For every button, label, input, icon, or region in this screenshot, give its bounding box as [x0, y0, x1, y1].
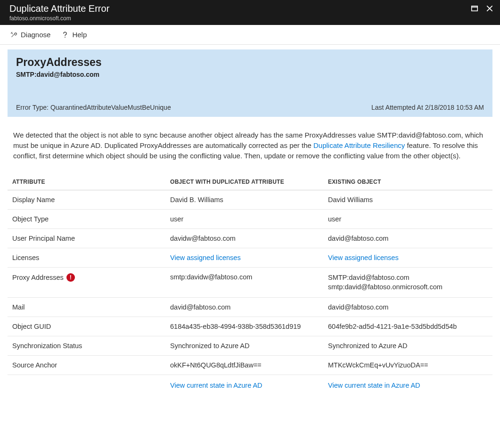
duplicated-cell: View assigned licenses [165, 248, 323, 268]
attribute-cell: Mail [8, 298, 165, 317]
view-licenses-link[interactable]: View assigned licenses [170, 254, 241, 261]
diagnose-button[interactable]: Diagnose [9, 31, 50, 39]
table-row: Object Typeuseruser [8, 210, 492, 229]
duplicated-cell: 6184a435-eb38-4994-938b-358d5361d919 [165, 317, 323, 336]
attribute-cell: Object Type [8, 210, 165, 229]
table-row: LicensesView assigned licensesView assig… [8, 248, 492, 268]
close-button[interactable] [485, 4, 494, 13]
attribute-cell: Source Anchor [8, 356, 165, 375]
existing-value-line: smtp:david@fabtoso.onmicrosoft.com [328, 283, 488, 292]
existing-value-line: SMTP:david@fabtoso.com [328, 273, 488, 283]
error-banner: ProxyAddresses SMTP:david@fabtoso.com Er… [8, 49, 492, 117]
titlebar: Duplicate Attribute Error fabtoso.onmicr… [0, 0, 500, 25]
error-type-label: Error Type: QuarantinedAttributeValueMus… [16, 104, 171, 111]
table-footer-row: View current state in Azure ADView curre… [8, 375, 492, 395]
view-licenses-link[interactable]: View assigned licenses [328, 254, 399, 261]
attribute-cell: Object GUID [8, 317, 165, 336]
existing-cell: david@fabtoso.com [323, 229, 492, 248]
attribute-label: Object GUID [12, 323, 51, 330]
help-button[interactable]: Help [61, 31, 87, 39]
window-title: Duplicate Attribute Error [9, 3, 109, 14]
table-row: Proxy Addresses!smtp:davidw@fabtoso.comS… [8, 268, 492, 298]
duplicated-cell: okKF+Nt6QUG8qLdtfJiBaw== [165, 356, 323, 375]
existing-cell: Synchronized to Azure AD [323, 336, 492, 356]
wrench-icon [9, 31, 18, 39]
content: ProxyAddresses SMTP:david@fabtoso.com Er… [0, 45, 500, 409]
existing-cell: david@fabtoso.com [323, 298, 492, 317]
help-label: Help [72, 31, 87, 39]
attribute-label: User Principal Name [12, 235, 75, 242]
table-row: Display NameDavid B. WilliamsDavid Willi… [8, 190, 492, 210]
duplicated-cell: smtp:davidw@fabtoso.com [165, 268, 323, 298]
attribute-cell: User Principal Name [8, 229, 165, 248]
banner-subtitle: SMTP:david@fabtoso.com [16, 71, 484, 78]
resiliency-link[interactable]: Duplicate Attribute Resiliency [313, 141, 405, 149]
attribute-cell: Licenses [8, 248, 165, 268]
attribute-label: Proxy Addresses [12, 274, 64, 281]
attribute-label: Mail [12, 303, 25, 311]
attribute-label: Licenses [12, 254, 39, 261]
attribute-table: ATTRIBUTE OBJECT WITH DUPLICATED ATTRIBU… [8, 174, 492, 395]
duplicated-cell: user [165, 210, 323, 229]
attribute-label: Source Anchor [12, 361, 57, 369]
attribute-cell: Synchronization Status [8, 336, 165, 356]
last-attempt-label: Last Attempted At 2/18/2018 10:53 AM [371, 104, 484, 111]
error-icon: ! [66, 273, 75, 282]
attribute-label: Object Type [12, 215, 49, 223]
existing-cell: SMTP:david@fabtoso.comsmtp:david@fabtoso… [323, 268, 492, 298]
svg-point-4 [65, 36, 66, 37]
existing-cell: View assigned licenses [323, 248, 492, 268]
table-row: User Principal Namedavidw@fabtoso.comdav… [8, 229, 492, 248]
table-row: Object GUID6184a435-eb38-4994-938b-358d5… [8, 317, 492, 336]
attribute-cell: Proxy Addresses! [8, 268, 165, 298]
maximize-icon [471, 5, 478, 12]
question-icon [61, 31, 69, 39]
close-icon [486, 5, 493, 12]
window-subtitle: fabtoso.onmicrosoft.com [9, 15, 109, 22]
header-attribute: ATTRIBUTE [8, 174, 165, 190]
header-duplicated: OBJECT WITH DUPLICATED ATTRIBUTE [165, 174, 323, 190]
duplicated-cell: David B. Williams [165, 190, 323, 210]
view-state-link[interactable]: View current state in Azure AD [328, 382, 420, 389]
table-row: Maildavid@fabtoso.comdavid@fabtoso.com [8, 298, 492, 317]
attribute-label: Synchronization Status [12, 342, 82, 350]
banner-title: ProxyAddresses [16, 56, 484, 69]
existing-cell: 604fe9b2-ad5d-4121-9a1e-53d5bdd5d54b [323, 317, 492, 336]
header-existing: EXISTING OBJECT [323, 174, 492, 190]
table-row: Synchronization StatusSynchronized to Az… [8, 336, 492, 356]
view-state-link[interactable]: View current state in Azure AD [170, 382, 262, 389]
maximize-button[interactable] [470, 4, 479, 13]
attribute-cell: Display Name [8, 190, 165, 210]
description-text: We detected that the object is not able … [8, 130, 492, 161]
attribute-label: Display Name [12, 196, 55, 204]
table-row: Source AnchorokKF+Nt6QUG8qLdtfJiBaw==MTK… [8, 356, 492, 375]
existing-cell: David Williams [323, 190, 492, 210]
existing-cell: MTKcWckCmEq+vUvYizuoDA== [323, 356, 492, 375]
duplicated-cell: david@fabtoso.com [165, 298, 323, 317]
duplicated-cell: davidw@fabtoso.com [165, 229, 323, 248]
diagnose-label: Diagnose [21, 31, 50, 39]
existing-cell: user [323, 210, 492, 229]
duplicated-cell: Synchronized to Azure AD [165, 336, 323, 356]
toolbar: Diagnose Help [0, 25, 500, 45]
